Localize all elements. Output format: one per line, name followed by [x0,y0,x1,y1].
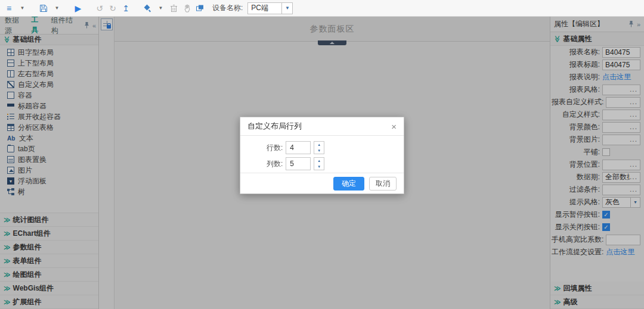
ok-button[interactable]: 确定 [333,177,364,191]
rows-input[interactable] [286,141,311,154]
trash-icon [170,4,178,13]
chevron-down-icon: ▼ [55,5,60,11]
play-icon: ▶ [75,4,82,13]
format-paint-dropdown-button[interactable]: ▼ [155,2,166,15]
close-icon[interactable]: × [391,122,397,131]
format-paint-button[interactable] [142,2,153,15]
dialog-title: 自定义布局行列 [247,121,302,132]
save-icon [39,4,48,13]
pan-button[interactable] [181,2,192,15]
cancel-button[interactable]: 取消 [369,177,397,191]
preview-button[interactable]: ▶ [73,2,83,15]
redo-button[interactable]: ↻ [107,2,118,15]
stepper-down-icon[interactable]: ▼ [314,148,324,154]
undo-icon: ↺ [96,4,103,13]
upload-button[interactable]: ↥ [120,2,131,15]
rows-label: 行数: [267,143,283,153]
save-dropdown-button[interactable]: ▼ [51,2,62,15]
chevron-down-icon: ▼ [285,5,290,11]
menu-icon: ≡ [7,4,11,13]
device-name-label: 设备名称: [212,3,243,13]
menu-dropdown-button[interactable]: ▼ [17,2,27,15]
save-button[interactable] [38,2,49,15]
stepper-up-icon[interactable]: ▲ [314,158,324,164]
stepper-down-icon[interactable]: ▼ [314,164,324,170]
stepper-up-icon[interactable]: ▲ [314,142,324,148]
device-select-arrow[interactable]: ▼ [282,2,293,14]
chevron-down-icon: ▼ [159,5,163,11]
format-paint-icon [143,4,151,13]
upload-icon: ↥ [122,4,129,13]
undo-button[interactable]: ↺ [94,2,105,15]
layers-icon [196,4,204,12]
cols-label: 列数: [267,159,283,169]
rows-stepper[interactable]: ▲ ▼ [314,141,324,154]
cols-stepper[interactable]: ▲ ▼ [314,157,324,170]
menu-button[interactable]: ≡ [4,2,14,15]
custom-layout-dialog: 自定义布局行列 × 行数: ▲ ▼ 列数: ▲ ▼ 确定 取消 [240,117,404,194]
layers-button[interactable] [194,2,205,15]
toolbar: ≡ ▼ ▼ ▶ ↺ ↻ ↥ ▼ [0,0,644,17]
device-select-value: PC端 [247,2,282,14]
chevron-down-icon: ▼ [20,5,25,11]
hand-icon [183,4,191,13]
device-select[interactable]: PC端 ▼ [247,2,293,14]
delete-button[interactable] [168,2,179,15]
cols-input[interactable] [286,157,311,170]
cols-field-row: 列数: ▲ ▼ [267,157,404,171]
redo-icon: ↻ [109,4,116,13]
rows-field-row: 行数: ▲ ▼ [267,141,404,155]
